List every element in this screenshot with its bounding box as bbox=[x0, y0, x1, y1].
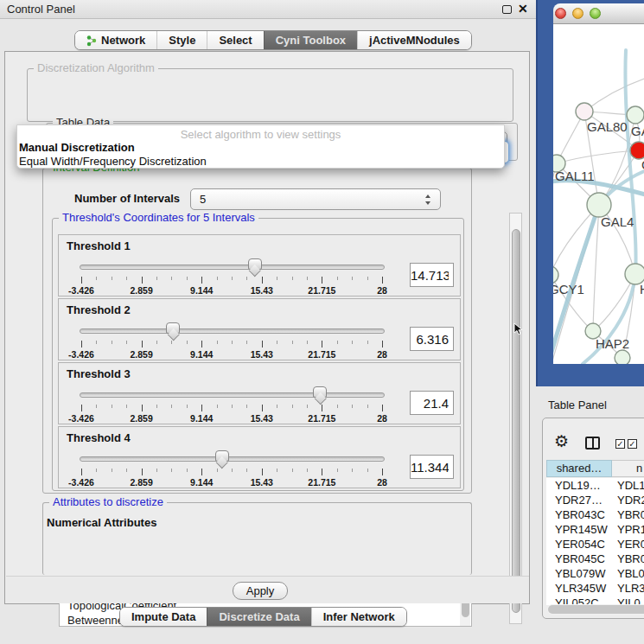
cyni-toolbox-panel: Discretization Algorithm Select algorith… bbox=[4, 51, 530, 604]
intervals-value: 5 bbox=[200, 193, 206, 206]
network-window-titlebar[interactable] bbox=[553, 3, 644, 24]
apply-button[interactable]: Apply bbox=[233, 582, 288, 600]
discretization-algorithm-group: Discretization Algorithm bbox=[27, 68, 513, 122]
network-node[interactable] bbox=[615, 350, 630, 364]
node-label: HAP2 bbox=[596, 336, 629, 351]
table-row[interactable]: YBR043CYBR0 bbox=[546, 507, 644, 522]
table-row[interactable]: YLR345WYLR3 bbox=[546, 581, 644, 596]
close-icon[interactable]: ✕ bbox=[518, 2, 528, 16]
slider-handle[interactable] bbox=[248, 258, 262, 270]
float-window-icon[interactable] bbox=[502, 5, 512, 14]
slider-handle[interactable] bbox=[166, 322, 180, 334]
number-of-intervals-label: Number of Intervals bbox=[74, 192, 180, 205]
group-title: Discretization Algorithm bbox=[34, 62, 158, 74]
tab-impute-data[interactable]: Impute Data bbox=[120, 608, 207, 626]
network-node[interactable] bbox=[576, 103, 593, 120]
table-header-row: shared… n bbox=[546, 460, 644, 477]
network-canvas[interactable]: GAL80GACGAL11GAL4GCY1HHAP2 bbox=[553, 24, 644, 364]
node-label: H bbox=[640, 282, 644, 296]
network-view-window: GAL80GACGAL11GAL4GCY1HHAP2 bbox=[536, 0, 644, 386]
tab-style[interactable]: Style bbox=[156, 31, 207, 49]
checkbox-checked-icon[interactable]: ✓ bbox=[628, 439, 637, 449]
table-panel: ⚙ ✓ ✓ shared… n YDL19…YDL1YDR27…YDR2YBR0… bbox=[542, 418, 644, 619]
threshold-slider[interactable]: -3.4262.8599.14415.4321.71528 bbox=[78, 384, 385, 425]
threshold-label: Threshold 1 bbox=[67, 239, 131, 252]
panel-title: Control Panel bbox=[7, 3, 75, 16]
algorithm-dropdown-popup: Select algorithm to view settings Manual… bbox=[16, 124, 505, 169]
vertical-scrollbar[interactable] bbox=[509, 213, 522, 624]
mouse-cursor bbox=[513, 322, 523, 336]
tab-cyni-toolbox[interactable]: Cyni Toolbox bbox=[264, 31, 357, 49]
tab-select[interactable]: Select bbox=[207, 31, 263, 49]
dropdown-option[interactable]: Equal Width/Frequency Discretization bbox=[19, 155, 207, 168]
number-of-intervals-combobox[interactable]: 5 bbox=[190, 188, 441, 210]
table-row[interactable]: YPR145WYPR1 bbox=[546, 522, 644, 537]
window-minimize-icon[interactable] bbox=[572, 8, 583, 19]
table-row[interactable]: YBL079WYBL0 bbox=[546, 566, 644, 581]
table-row[interactable]: YER054CYER0 bbox=[546, 537, 644, 552]
scrollbar-thumb[interactable] bbox=[548, 605, 644, 614]
bottom-tab-bar: Impute Data Discretize Data Infer Networ… bbox=[119, 607, 407, 627]
node-label: GA bbox=[631, 124, 644, 138]
tab-label: Network bbox=[101, 34, 145, 47]
tab-infer-network[interactable]: Infer Network bbox=[311, 608, 406, 626]
control-panel-titlebar: Control Panel ✕ bbox=[0, 0, 536, 19]
threshold-panel: Threshold 1 -3.4262.8599.14415.4321.7152… bbox=[58, 234, 461, 296]
scrollbar-thumb[interactable] bbox=[512, 229, 520, 613]
network-icon bbox=[86, 35, 97, 47]
slider-track[interactable] bbox=[80, 456, 385, 462]
dropdown-hint: Select algorithm to view settings bbox=[17, 128, 504, 141]
node-label: GAL4 bbox=[601, 214, 634, 229]
threshold-slider[interactable]: -3.4262.8599.14415.4321.71528 bbox=[78, 256, 385, 297]
numerical-attributes-label: Numerical Attributes bbox=[47, 516, 156, 529]
slider-track[interactable] bbox=[80, 392, 385, 398]
threshold-value-input[interactable] bbox=[410, 327, 454, 351]
tab-discretize-data[interactable]: Discretize Data bbox=[207, 608, 310, 626]
network-node[interactable] bbox=[587, 193, 611, 217]
apply-bar: Apply bbox=[6, 576, 529, 603]
network-node[interactable] bbox=[630, 142, 644, 159]
control-panel: Control Panel ✕ Network Style Select Cyn… bbox=[0, 0, 536, 644]
checkbox-checked-icon[interactable]: ✓ bbox=[615, 439, 625, 449]
column-header-name[interactable]: n bbox=[612, 460, 644, 477]
top-tab-bar: Network Style Select Cyni Toolbox jActiv… bbox=[74, 30, 472, 50]
group-title: Threshold's Coordinates for 5 Intervals bbox=[59, 212, 258, 224]
threshold-panel: Threshold 4 -3.4262.8599.14415.4321.7152… bbox=[58, 426, 461, 488]
dropdown-option[interactable]: Manual Discretization bbox=[19, 141, 135, 154]
slider-handle[interactable] bbox=[215, 450, 229, 462]
interval-definition-group: Interval Definition Number of Intervals … bbox=[42, 168, 472, 494]
threshold-label: Threshold 4 bbox=[67, 431, 131, 444]
tab-network[interactable]: Network bbox=[75, 31, 156, 49]
slider-handle[interactable] bbox=[313, 386, 327, 398]
threshold-value-input[interactable] bbox=[410, 391, 454, 415]
threshold-slider[interactable]: -3.4262.8599.14415.4321.71528 bbox=[78, 320, 385, 361]
network-node[interactable] bbox=[553, 266, 558, 284]
gear-icon[interactable]: ⚙ bbox=[554, 433, 569, 450]
table-row[interactable]: YBR045CYBR0 bbox=[546, 552, 644, 566]
threshold-label: Threshold 3 bbox=[67, 367, 131, 380]
slider-track[interactable] bbox=[80, 265, 385, 270]
column-header-shared-name[interactable]: shared… bbox=[546, 460, 612, 477]
tab-jactivemnodules[interactable]: jActiveMNodules bbox=[357, 31, 471, 49]
thresholds-group: Threshold's Coordinates for 5 Intervals … bbox=[52, 218, 464, 491]
table-row[interactable]: YDL19…YDL1 bbox=[546, 478, 644, 493]
threshold-panel: Threshold 3 -3.4262.8599.14415.4321.7152… bbox=[58, 362, 461, 424]
window-close-icon[interactable] bbox=[555, 8, 566, 19]
network-edge bbox=[557, 150, 639, 163]
split-view-icon[interactable] bbox=[585, 437, 600, 450]
threshold-value-input[interactable] bbox=[410, 455, 454, 479]
network-node[interactable] bbox=[627, 106, 644, 124]
table-row[interactable]: YDR27…YDR2 bbox=[546, 493, 644, 507]
node-label: GCY1 bbox=[553, 282, 584, 296]
window-zoom-icon[interactable] bbox=[590, 8, 601, 19]
node-label: GAL80 bbox=[587, 119, 628, 134]
threshold-panel: Threshold 2 -3.4262.8599.14415.4321.7152… bbox=[58, 298, 461, 360]
node-table-body: YDL19…YDL1YDR27…YDR2YBR043CYBR0YPR145WYP… bbox=[546, 478, 644, 605]
slider-track[interactable] bbox=[80, 328, 385, 334]
threshold-slider[interactable]: -3.4262.8599.14415.4321.71528 bbox=[78, 448, 385, 489]
group-title: Attributes to discretize bbox=[49, 496, 167, 508]
combo-stepper-icon bbox=[424, 194, 432, 205]
threshold-value-input[interactable] bbox=[410, 263, 454, 287]
horizontal-scrollbar[interactable] bbox=[547, 604, 644, 615]
threshold-label: Threshold 2 bbox=[67, 303, 131, 316]
